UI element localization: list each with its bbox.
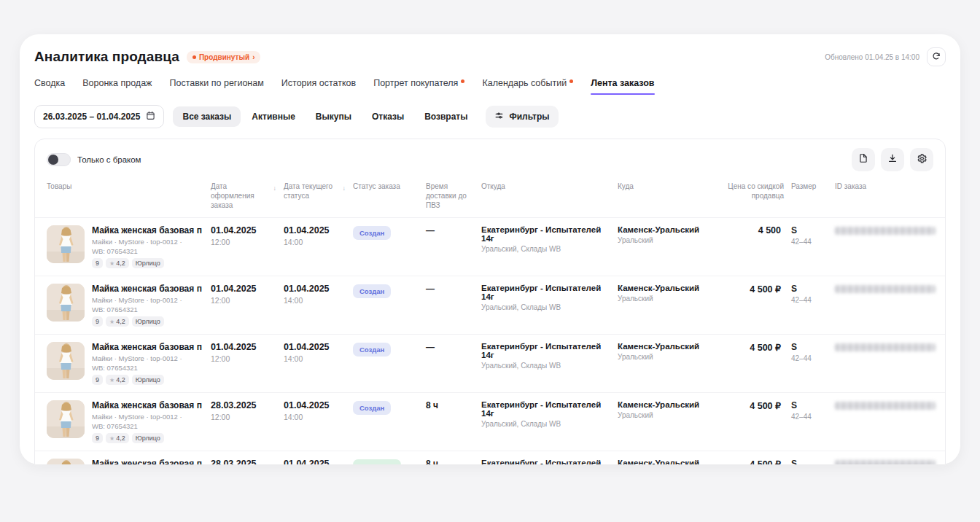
table-row[interactable]: Майка женская базовая под пи... Майки · … (35, 392, 945, 451)
tab-kalendar-sobytiy[interactable]: Календарь событий (482, 78, 573, 95)
price-cell: 4 500 ₽ (727, 284, 791, 295)
status-badge: Выкуплен (353, 459, 401, 464)
orders-table: Только с браком (34, 139, 946, 464)
order-type-segments: Все заказы Активные Выкупы Отказы Возвра… (173, 106, 477, 127)
tab-lenta-zakazov[interactable]: Лента заказов (591, 78, 654, 95)
product-title: Майка женская базовая под пи... (92, 400, 202, 410)
sort-icon: ↓ (343, 184, 346, 193)
segment-active[interactable]: Активные (242, 106, 304, 127)
tab-portret-pokupatelya[interactable]: Портрет покупателя (373, 78, 464, 95)
to-cell: Каменск-УральскийУральский (618, 225, 727, 244)
product-wb-article: WB: 07654321 (92, 422, 202, 430)
product-seller-badge: Юрлицо (132, 258, 164, 268)
price-cell: 4 500 (727, 225, 791, 235)
product-cell[interactable]: Майка женская базовая под пи... Майки · … (47, 400, 211, 443)
defect-toggle-label: Только с браком (77, 155, 141, 164)
table-body: Майка женская базовая под пи... Майки · … (35, 217, 945, 464)
tab-voronka-prodazh[interactable]: Воронка продаж (82, 78, 152, 95)
size-cell: S42–44 (791, 284, 835, 304)
table-toolbar: Только с браком (35, 139, 945, 179)
product-cell[interactable]: Майка женская базовая под пи... Майки · … (47, 284, 211, 327)
plan-badge[interactable]: Продвинутый › (187, 51, 261, 63)
col-products: Товары (47, 182, 211, 210)
status-date-cell: 01.04.202514:00 (284, 400, 353, 421)
col-to: Куда (618, 182, 727, 210)
product-cell[interactable]: Майка женская базовая под пи... Майки · … (47, 342, 211, 385)
order-id-redacted (835, 227, 936, 235)
product-image (47, 400, 85, 438)
tab-istoriya-ostatkov[interactable]: История остатков (281, 78, 356, 95)
filters-button[interactable]: Фильтры (486, 106, 558, 128)
product-seller-badge: Юрлицо (132, 433, 164, 443)
product-title: Майка женская базовая под пи... (92, 342, 202, 352)
segment-all-orders[interactable]: Все заказы (173, 106, 241, 127)
col-order-id: ID заказа (835, 182, 933, 210)
col-status-date[interactable]: Дата текущего статуса↓ (284, 182, 353, 210)
download-button[interactable] (881, 148, 904, 171)
status-cell: Создан (353, 400, 426, 415)
refresh-button[interactable] (927, 47, 946, 66)
tab-svodka[interactable]: Сводка (34, 78, 65, 95)
product-rating-badge: ★4,2 (106, 316, 129, 327)
updated-timestamp: Обновлено 01.04.25 в 14:00 (825, 53, 919, 61)
delivery-time-cell: 8 ч (426, 400, 481, 410)
product-image (47, 459, 85, 464)
gear-icon (917, 153, 928, 167)
order-date-cell: 01.04.202512:00 (211, 342, 284, 363)
product-title: Майка женская базовая под пи... (92, 225, 202, 235)
segment-buyouts[interactable]: Выкупы (306, 106, 361, 127)
plan-badge-label: Продвинутый (199, 53, 249, 61)
report-file-button[interactable] (852, 148, 875, 171)
table-row[interactable]: Майка женская базовая под пи... Майки · … (35, 451, 945, 464)
size-cell: S42–44 (791, 342, 835, 362)
product-title: Майка женская базовая под пи... (92, 284, 202, 294)
product-title: Майка женская базовая под пи... (92, 459, 202, 464)
product-subtitle: Майки · MyStore · top-0012 · (92, 354, 202, 362)
defect-only-toggle[interactable]: Только с браком (47, 153, 141, 166)
product-wb-article: WB: 07654321 (92, 364, 202, 372)
table-row[interactable]: Майка женская базовая под пи... Майки · … (35, 276, 945, 334)
status-badge: Создан (353, 343, 391, 357)
order-id-cell (835, 284, 936, 293)
delivery-time-cell: — (426, 284, 481, 294)
from-cell: Екатеринбург - Испытателей 14гУральский,… (481, 284, 618, 311)
segment-refusals[interactable]: Отказы (362, 106, 413, 127)
tab-bar: Сводка Воронка продаж Поставки по регион… (34, 78, 946, 95)
product-rating-badge: ★4,2 (106, 375, 129, 385)
product-wb-article: WB: 07654321 (92, 247, 202, 255)
date-range-value: 26.03.2025 – 01.04.2025 (43, 112, 140, 122)
product-seller-badge: Юрлицо (132, 375, 164, 385)
product-cell[interactable]: Майка женская базовая под пи... Майки · … (47, 225, 211, 268)
status-badge: Создан (353, 226, 391, 240)
product-cell[interactable]: Майка женская базовая под пи... Майки · … (47, 459, 211, 464)
segment-returns[interactable]: Возвраты (415, 106, 477, 127)
order-id-redacted (835, 285, 936, 293)
order-id-cell (835, 342, 936, 351)
order-date-cell: 01.04.202512:00 (211, 225, 284, 246)
delivery-time-cell: 8 ч (426, 459, 481, 464)
status-date-cell: 01.04.202514:00 (284, 225, 353, 246)
product-count-badge: 9 (92, 375, 103, 385)
col-delivery: Время доставки до ПВЗ (426, 182, 481, 210)
col-from: Откуда (481, 182, 618, 210)
analytics-panel: Аналитика продавца Продвинутый › Обновле… (20, 34, 960, 464)
refresh-icon (932, 50, 941, 63)
to-cell: Каменск-УральскийУральский (618, 284, 727, 303)
table-header-row: Товары Дата оформления заказа↓ Дата теку… (35, 179, 945, 217)
download-icon (887, 153, 898, 166)
table-row[interactable]: Майка женская базовая под пи... Майки · … (35, 217, 945, 276)
settings-button[interactable] (910, 148, 933, 171)
date-range-picker[interactable]: 26.03.2025 – 01.04.2025 (34, 105, 164, 128)
table-row[interactable]: Майка женская базовая под пи... Майки · … (35, 334, 945, 392)
product-image (47, 342, 85, 380)
notification-dot-icon (569, 79, 573, 83)
product-rating-badge: ★4,2 (106, 258, 129, 268)
from-cell: Екатеринбург - Испытателей 14гУральский,… (481, 400, 618, 428)
status-badge: Создан (353, 284, 391, 298)
tab-postavki-po-regionam[interactable]: Поставки по регионам (169, 78, 263, 95)
order-id-cell (835, 225, 936, 235)
calendar-icon (146, 111, 155, 122)
size-cell: S42–44 (791, 400, 835, 421)
product-count-badge: 9 (92, 433, 103, 443)
col-order-date[interactable]: Дата оформления заказа↓ (211, 182, 284, 210)
